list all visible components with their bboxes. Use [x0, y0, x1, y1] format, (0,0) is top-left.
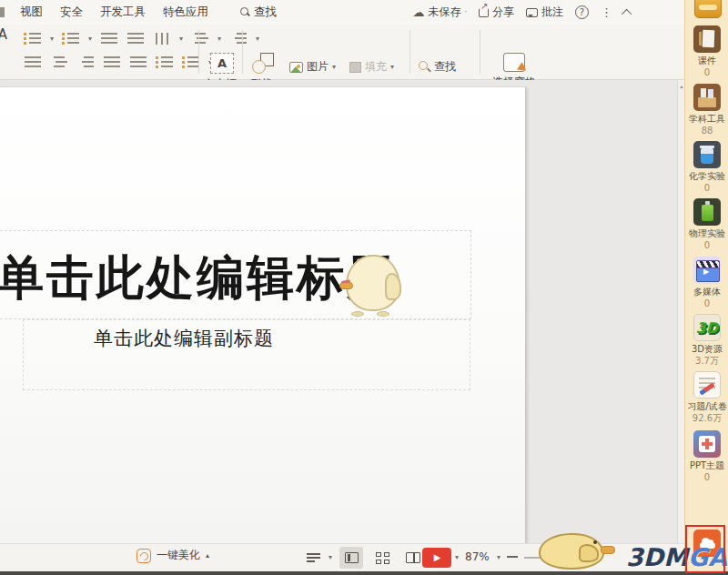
paragraph-icons-row1: ▾ ▾ ▾ ▾ ▾ [24, 32, 259, 45]
find-button[interactable]: 查找 [419, 59, 456, 75]
comment-button[interactable]: 批注 [526, 5, 563, 20]
3d-icon: 3D [693, 314, 721, 341]
increase-indent-button[interactable] [126, 32, 145, 45]
bullet-list-button[interactable] [24, 32, 42, 45]
editing-canvas: 单击此处编辑标题 单击此处编辑副标题 [0, 80, 677, 543]
menu-dev-tools[interactable]: 开发工具 [100, 5, 146, 20]
cropped-menu-fragment [0, 7, 5, 17]
chevron-down-icon: ▾ [390, 64, 394, 71]
fill-button[interactable]: 填充 ▾ [349, 59, 394, 75]
sidebar-item-subject-tools[interactable]: 学科工具 88 [685, 84, 728, 136]
menu-security[interactable]: 安全 [60, 5, 83, 20]
count-badge: 0 [685, 66, 728, 78]
save-caret-icon: · [464, 9, 467, 16]
search-icon [240, 7, 250, 17]
share-button[interactable]: 分享 [479, 5, 514, 20]
line-spacing-button[interactable] [156, 55, 174, 69]
vertical-scrollbar[interactable] [677, 80, 684, 543]
cloud-sync-icon: ☁ [412, 6, 424, 18]
multilevel-list-button[interactable] [182, 55, 200, 69]
picture-icon [289, 62, 303, 73]
align-right-button[interactable] [76, 55, 95, 69]
count-badge: 0 [685, 471, 728, 483]
shapes-icon [251, 53, 275, 74]
distribute-button[interactable] [129, 55, 147, 69]
slide-canvas[interactable]: 单击此处编辑标题 单击此处编辑副标题 [0, 86, 526, 543]
play-icon: ▶ [434, 553, 441, 562]
align-left-button[interactable] [24, 55, 42, 69]
count-badge: 0 [685, 298, 728, 309]
picture-button[interactable]: 图片 ▾ [289, 59, 336, 75]
sidebar-item-multimedia[interactable]: ▶ 多媒体 0 [685, 257, 728, 309]
chemistry-beaker-icon [693, 141, 721, 168]
chevron-down-icon[interactable]: ▾ [329, 554, 332, 561]
comment-icon [526, 8, 538, 17]
subtitle-placeholder[interactable]: 单击此处编辑副标题 [23, 319, 470, 390]
save-status[interactable]: ☁ 未保存 · [412, 5, 467, 20]
chevron-down-icon[interactable]: ▾ [88, 35, 92, 43]
align-text-button[interactable] [191, 32, 209, 45]
sidebar-item-ppt-themes[interactable]: PPT主题 0 [685, 430, 728, 483]
sidebar-item-exercises[interactable]: 习题/试卷 92.6万 [685, 371, 728, 424]
chevron-down-icon: ▾ [332, 64, 336, 71]
chevron-down-icon[interactable]: ▾ [455, 554, 459, 561]
chevron-down-icon[interactable]: ▾ [217, 35, 221, 43]
sidebar-item-chemistry-lab[interactable]: 化学实验 0 [685, 141, 728, 194]
window-bottom-edge [0, 571, 728, 575]
textbox-icon: A [210, 53, 234, 74]
chevron-down-icon[interactable]: ▾ [50, 35, 54, 43]
selection-pane-icon [503, 53, 525, 72]
text-direction-button[interactable] [153, 32, 171, 45]
chevron-down-icon[interactable]: ▾ [256, 35, 259, 43]
book-icon [406, 552, 420, 563]
menubar: 视图 安全 开发工具 特色应用 查找 ☁ 未保存 · 分享 批注 ? [0, 0, 684, 25]
help-button[interactable]: ? [575, 5, 589, 19]
resource-sidebar: 课件 0 学科工具 88 化学实验 0 物理实验 0 ▶ 多媒体 0 3D 3D… [684, 0, 728, 575]
chevron-down-icon[interactable]: ▾ [497, 554, 500, 561]
sidebar-item-courseware[interactable]: 课件 0 [685, 25, 728, 78]
beautify-icon [136, 549, 151, 563]
notes-toggle-button[interactable] [307, 551, 321, 564]
toolbar-separator [198, 30, 199, 74]
share-icon [479, 8, 489, 17]
columns-button[interactable] [229, 32, 248, 45]
paragraph-icons-row2: ▾ [24, 55, 212, 69]
count-badge: 0 [685, 182, 728, 194]
more-menu-button[interactable]: ⋮ [601, 5, 612, 19]
align-center-button[interactable] [50, 55, 68, 69]
cropped-font-button[interactable]: A [0, 27, 11, 42]
triangle-up-icon: ▴ [206, 551, 209, 560]
count-badge: 0 [685, 239, 728, 251]
sidebar-item-physics-lab[interactable]: 物理实验 0 [685, 198, 728, 251]
collapse-ribbon-button[interactable] [622, 8, 632, 18]
wps-presentation-window: 视图 安全 开发工具 特色应用 查找 ☁ 未保存 · 分享 批注 ? [0, 0, 728, 575]
play-slideshow-button[interactable]: ▶ [422, 548, 451, 568]
zoom-out-button[interactable] [507, 556, 518, 558]
ribbon-toolbar: A ▾ ▾ ▾ ▾ ▾ ▾ A 文 [0, 25, 684, 80]
decrease-indent-button[interactable] [100, 32, 118, 45]
clapperboard-icon: ▶ [693, 257, 721, 284]
zoom-level[interactable]: 87% [465, 550, 490, 563]
normal-view-icon [345, 552, 359, 563]
menubar-right: ☁ 未保存 · 分享 批注 ? ⋮ [412, 0, 632, 25]
one-click-beautify-button[interactable]: 一键美化 ▴ [136, 548, 209, 563]
sidebar-item-3d-resources[interactable]: 3D 3D资源 3.7万 [685, 314, 728, 367]
count-badge: 3.7万 [685, 355, 728, 367]
toolbar-separator [410, 30, 410, 74]
chevron-down-icon[interactable]: ▾ [179, 35, 183, 43]
numbered-list-button[interactable] [62, 32, 80, 45]
justify-button[interactable] [103, 55, 121, 69]
cropped-sidebar-item-icon[interactable] [694, 0, 722, 18]
fill-icon [349, 62, 361, 73]
count-badge: 92.6万 [685, 412, 728, 424]
duck-mascot-watermark [533, 531, 617, 571]
toolbar-separator [242, 30, 243, 74]
menu-view[interactable]: 视图 [20, 5, 43, 20]
slide-sorter-view-button[interactable] [370, 547, 394, 569]
menu-special-apps[interactable]: 特色应用 [163, 5, 208, 20]
exercise-paper-icon [693, 371, 721, 398]
find-icon [419, 61, 430, 73]
ppt-theme-icon [693, 430, 721, 458]
normal-view-button[interactable] [339, 547, 363, 569]
menu-find[interactable]: 查找 [240, 5, 277, 20]
